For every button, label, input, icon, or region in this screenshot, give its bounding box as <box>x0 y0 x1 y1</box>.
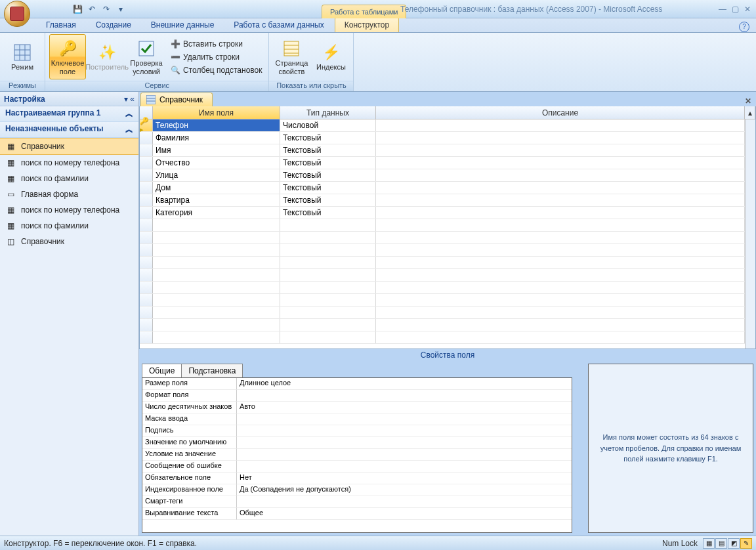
property-value[interactable]: Нет <box>237 473 572 484</box>
cell-datatype[interactable] <box>280 269 376 281</box>
table-row[interactable] <box>140 319 745 331</box>
cell-description[interactable] <box>376 282 745 293</box>
cell-description[interactable] <box>376 294 745 306</box>
cell-description[interactable] <box>376 194 745 206</box>
cell-fieldname[interactable]: Дом <box>153 182 280 194</box>
cell-description[interactable] <box>376 257 745 268</box>
nav-item[interactable]: ▦Справочник <box>0 138 138 155</box>
property-row[interactable]: Выравнивание текста Общее <box>142 508 572 520</box>
cell-fieldname[interactable] <box>153 282 280 293</box>
cell-fieldname[interactable]: Фамилия <box>153 132 280 144</box>
nav-item[interactable]: ◫Справочник <box>0 234 138 249</box>
row-selector[interactable] <box>140 232 153 243</box>
cell-datatype[interactable]: Текстовый <box>280 132 376 144</box>
table-row[interactable]: Улица Текстовый <box>140 169 745 182</box>
nav-group-unassigned[interactable]: Неназначенные объекты︽ <box>0 122 138 138</box>
cell-fieldname[interactable] <box>153 307 280 318</box>
tab-external[interactable]: Внешние данные <box>142 18 224 32</box>
table-row[interactable]: Отчество Текстовый <box>140 157 745 169</box>
save-icon[interactable]: 💾 <box>72 4 83 14</box>
cell-datatype[interactable]: Текстовый <box>280 144 376 156</box>
lookup-column-button[interactable]: 🔍Столбец подстановок <box>167 64 264 76</box>
cell-fieldname[interactable]: Отчество <box>153 157 280 169</box>
table-row[interactable] <box>140 282 745 294</box>
row-selector[interactable] <box>140 282 153 293</box>
row-selector[interactable] <box>140 194 153 206</box>
office-button[interactable] <box>4 1 30 27</box>
view-pivotchart-button[interactable]: ◩ <box>728 538 740 549</box>
minimize-button[interactable]: — <box>719 5 726 14</box>
row-selector[interactable] <box>140 157 153 169</box>
cell-description[interactable] <box>376 319 745 331</box>
cell-datatype[interactable] <box>280 307 376 318</box>
cell-fieldname[interactable]: Улица <box>153 169 280 181</box>
row-selector[interactable] <box>140 257 153 268</box>
property-row[interactable]: Обязательное поле Нет <box>142 473 572 484</box>
table-row[interactable] <box>140 307 745 319</box>
table-row[interactable] <box>140 331 745 344</box>
property-value[interactable] <box>237 496 572 508</box>
cell-datatype[interactable]: Текстовый <box>280 207 376 219</box>
tab-dbtools[interactable]: Работа с базами данных <box>224 18 333 32</box>
cell-description[interactable] <box>376 169 745 181</box>
row-selector[interactable] <box>140 244 153 256</box>
property-grid[interactable]: Размер поля Длинное целоеФормат поля Чис… <box>142 377 572 533</box>
row-selector[interactable] <box>140 307 153 318</box>
cell-description[interactable] <box>376 244 745 256</box>
property-row[interactable]: Смарт-теги <box>142 496 572 508</box>
cell-datatype[interactable] <box>280 219 376 231</box>
table-row[interactable] <box>140 219 745 232</box>
vertical-scrollbar[interactable] <box>745 119 755 349</box>
table-row[interactable] <box>140 294 745 307</box>
cell-fieldname[interactable] <box>153 319 280 331</box>
cell-datatype[interactable] <box>280 294 376 306</box>
table-row[interactable] <box>140 257 745 269</box>
delete-rows-button[interactable]: ➖Удалить строки <box>167 51 264 63</box>
row-selector[interactable]: 🔑▸ <box>140 119 153 131</box>
property-row[interactable]: Значение по умолчанию <box>142 437 572 449</box>
row-selector[interactable] <box>140 182 153 194</box>
cell-description[interactable] <box>376 232 745 243</box>
nav-item[interactable]: ▦поиск по фамилии <box>0 218 138 234</box>
view-pivottable-button[interactable]: ▤ <box>715 538 727 549</box>
tab-lookup[interactable]: Подстановка <box>181 364 243 377</box>
property-row[interactable]: Формат поля <box>142 390 572 402</box>
cell-fieldname[interactable]: Телефон <box>153 119 280 131</box>
builder-button[interactable]: ✨ Построитель <box>89 34 125 79</box>
cell-fieldname[interactable] <box>153 269 280 281</box>
cell-fieldname[interactable] <box>153 232 280 243</box>
insert-rows-button[interactable]: ➕Вставить строки <box>167 38 264 50</box>
view-datasheet-button[interactable]: ▦ <box>703 538 715 549</box>
close-button[interactable]: ✕ <box>744 5 751 14</box>
indexes-button[interactable]: ⚡ Индексы <box>312 34 349 79</box>
view-design-button[interactable]: ✎ <box>740 538 752 549</box>
table-row[interactable]: Категория Текстовый <box>140 207 745 219</box>
cell-fieldname[interactable] <box>153 331 280 343</box>
col-header-datatype[interactable]: Тип данных <box>280 106 376 119</box>
cell-description[interactable] <box>376 219 745 231</box>
property-value[interactable] <box>237 437 572 449</box>
row-selector[interactable] <box>140 219 153 231</box>
col-header-description[interactable]: Описание <box>376 106 745 119</box>
table-row[interactable] <box>140 232 745 244</box>
close-tab-button[interactable]: ✕ <box>743 96 753 106</box>
object-tab-spravochnik[interactable]: Справочник <box>140 93 213 106</box>
row-selector[interactable] <box>140 331 153 343</box>
cell-fieldname[interactable] <box>153 294 280 306</box>
cell-fieldname[interactable] <box>153 219 280 231</box>
context-tab-tabletools[interactable]: Работа с таблицами <box>322 5 406 18</box>
view-button[interactable]: Режим <box>4 34 41 79</box>
property-row[interactable]: Подпись <box>142 425 572 437</box>
table-row[interactable]: Имя Текстовый <box>140 144 745 157</box>
property-row[interactable]: Размер поля Длинное целое <box>142 378 572 390</box>
cell-description[interactable] <box>376 119 745 131</box>
cell-datatype[interactable] <box>280 282 376 293</box>
row-selector[interactable] <box>140 169 153 181</box>
row-selector[interactable] <box>140 132 153 144</box>
tab-create[interactable]: Создание <box>87 18 140 32</box>
table-row[interactable] <box>140 269 745 282</box>
navpane-header[interactable]: Настройка ▾ « <box>0 92 138 106</box>
redo-icon[interactable]: ↷ <box>101 4 112 14</box>
chevron-down-icon[interactable]: ▾ « <box>124 95 135 104</box>
undo-icon[interactable]: ↶ <box>87 4 97 14</box>
